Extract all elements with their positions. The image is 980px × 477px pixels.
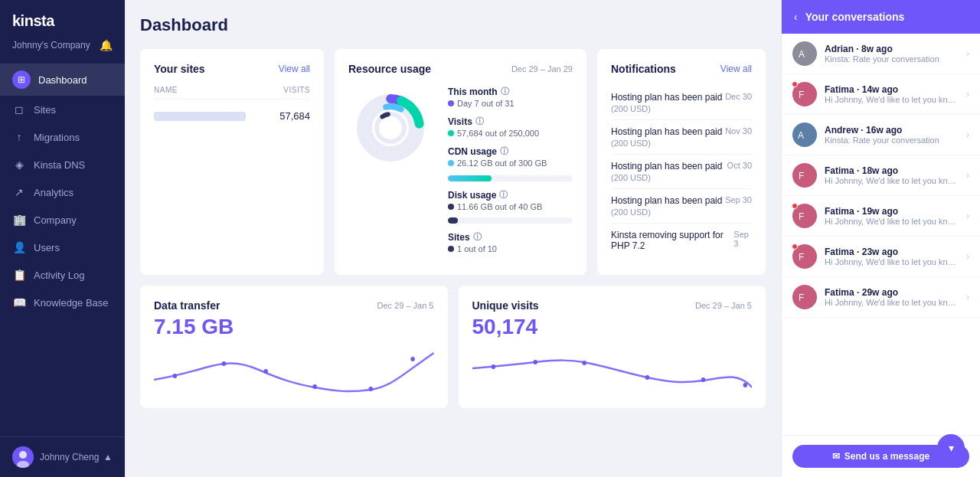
sidebar-item-label: Analytics — [34, 187, 74, 198]
activity-log-icon: 📋 — [12, 268, 26, 282]
conv-preview-1: Hi Johnny, We'd like to let you know tha… — [825, 95, 959, 104]
footer-user[interactable]: Johnny Cheng — [12, 446, 99, 468]
migrations-icon: ↑ — [12, 130, 26, 144]
your-sites-card: Your sites View all NAME VISITS 57,684 — [140, 49, 324, 275]
sidebar-item-sites[interactable]: ◻ Sites — [0, 96, 125, 123]
conversation-item-0[interactable]: A Adrian · 8w ago Kinsta: Rate your conv… — [782, 34, 980, 74]
disk-label: Disk usage ⓘ — [448, 189, 573, 201]
chevron-right-icon-3: › — [966, 170, 969, 181]
chevron-right-icon-2: › — [966, 129, 969, 140]
sidebar-item-label: Company — [34, 214, 77, 226]
notifications-card: Notifications View all Hosting plan has … — [597, 49, 766, 275]
page-title: Dashboard — [140, 15, 766, 35]
conv-preview-0: Kinsta: Rate your conversation — [825, 54, 959, 64]
sidebar-item-kinsta-dns[interactable]: ◈ Kinsta DNS — [0, 151, 125, 178]
purple-dot — [448, 100, 454, 106]
notif-date-1: Dec 30 — [725, 92, 752, 103]
conv-name-0: Adrian · 8w ago — [825, 44, 959, 54]
chevron-right-icon: › — [966, 48, 969, 59]
your-sites-view-all[interactable]: View all — [279, 64, 310, 74]
conversation-item-1[interactable]: F Fatima · 14w ago Hi Johnny, We'd like … — [782, 74, 980, 115]
sites-info-icon[interactable]: ⓘ — [473, 231, 482, 243]
svg-point-11 — [222, 361, 226, 366]
avatar-4: F — [792, 204, 817, 228]
conversation-item-2[interactable]: A Andrew · 16w ago Kinsta: Rate your con… — [782, 115, 980, 155]
unique-visits-date: Dec 29 – Jan 5 — [695, 301, 752, 310]
notif-title-2: Hosting plan has been paid — [611, 126, 722, 137]
send-message-label: Send us a message — [844, 451, 929, 462]
sidebar-item-knowledge-base[interactable]: 📖 Knowledge Base — [0, 289, 125, 316]
bell-icon[interactable]: 🔔 — [100, 39, 113, 51]
analytics-icon: ↗ — [12, 185, 26, 199]
sidebar-item-dashboard[interactable]: ⊞ Dashboard — [0, 64, 125, 96]
conversation-item-3[interactable]: F Fatima · 18w ago Hi Johnny, We'd like … — [782, 155, 980, 196]
sidebar-item-label: Users — [34, 242, 60, 253]
avatar-3: F — [792, 163, 817, 188]
info-icon[interactable]: ⓘ — [501, 86, 509, 97]
sites-value: 1 out of 10 — [448, 244, 573, 253]
notif-sub-1: (200 USD) — [611, 104, 752, 113]
svg-point-26 — [792, 123, 817, 147]
conversation-header: ‹ Your conversations — [782, 0, 980, 34]
chevron-right-icon-4: › — [966, 211, 969, 221]
disk-info-icon[interactable]: ⓘ — [499, 189, 508, 201]
resource-usage-card: Resource usage Dec 29 – Jan 29 — [335, 49, 586, 275]
data-transfer-value: 7.15 GB — [154, 315, 434, 339]
data-transfer-date: Dec 29 – Jan 5 — [377, 301, 434, 310]
cdn-info-icon[interactable]: ⓘ — [500, 145, 508, 157]
footer-username: Johnny Cheng — [40, 452, 99, 462]
your-sites-title: Your sites — [154, 63, 205, 75]
notif-date-2: Nov 30 — [725, 126, 752, 137]
site-visits-value: 57,684 — [279, 110, 310, 122]
resource-usage-header: Resource usage Dec 29 – Jan 29 — [348, 63, 573, 75]
col-visits-header: VISITS — [283, 86, 310, 94]
company-name: Johnny's Company — [12, 40, 90, 51]
svg-text:F: F — [799, 171, 804, 181]
sidebar-item-company[interactable]: 🏢 Company — [0, 206, 125, 234]
chevron-up-icon[interactable]: ▲ — [103, 452, 113, 462]
chevron-down-icon: ▾ — [949, 442, 954, 454]
sidebar-item-users[interactable]: 👤 Users — [0, 234, 125, 261]
conv-preview-6: Hi Johnny, We'd like to let you know tha… — [825, 298, 959, 307]
conversation-list: A Adrian · 8w ago Kinsta: Rate your conv… — [782, 34, 980, 435]
data-transfer-chart — [154, 345, 434, 399]
sidebar-item-activity-log[interactable]: 📋 Activity Log — [0, 261, 125, 289]
visits-stat: Visits ⓘ 57,684 out of 250,000 — [448, 116, 573, 138]
site-name-blurred — [154, 112, 246, 121]
cdn-progress-fill — [448, 175, 492, 181]
collapse-panel-button[interactable]: ▾ — [937, 434, 965, 462]
notif-title-4: Hosting plan has been paid — [611, 195, 722, 206]
svg-point-1 — [19, 451, 27, 459]
this-month-value: Day 7 out of 31 — [448, 99, 573, 108]
visits-value: 57,684 out of 250,000 — [448, 129, 573, 138]
notifications-list: Hosting plan has been paid Dec 30 (200 U… — [611, 86, 752, 259]
conv-info-6: Fatima · 29w ago Hi Johnny, We'd like to… — [825, 287, 959, 307]
send-icon: ✉ — [832, 451, 840, 462]
users-icon: 👤 — [12, 240, 26, 254]
avatar-0: A — [792, 41, 817, 66]
unique-visits-chart — [472, 345, 753, 399]
chevron-right-icon-6: › — [966, 292, 969, 302]
notifications-view-all[interactable]: View all — [720, 64, 752, 74]
visits-label: Visits ⓘ — [448, 116, 573, 127]
svg-text:F: F — [799, 252, 804, 263]
unread-indicator-4 — [792, 203, 798, 209]
sidebar-footer: Johnny Cheng ▲ — [0, 436, 125, 477]
sidebar-item-label: Sites — [34, 104, 56, 116]
visits-info-icon[interactable]: ⓘ — [475, 116, 484, 127]
logo: kinsta — [12, 12, 113, 30]
svg-point-18 — [582, 361, 586, 365]
back-icon[interactable]: ‹ — [794, 11, 798, 23]
resource-stats: This month ⓘ Day 7 out of 31 Visits ⓘ — [448, 86, 573, 261]
resource-usage-date: Dec 29 – Jan 29 — [511, 64, 573, 74]
conv-preview-4: Hi Johnny, We'd like to let you know tha… — [825, 217, 959, 226]
conversation-item-6[interactable]: F Fatima · 29w ago Hi Johnny, We'd like … — [782, 277, 980, 318]
sidebar-item-migrations[interactable]: ↑ Migrations — [0, 123, 125, 151]
unread-indicator-5 — [792, 243, 798, 250]
sites-table: NAME VISITS 57,684 — [154, 86, 310, 126]
conversation-item-5[interactable]: F Fatima · 23w ago Hi Johnny, We'd like … — [782, 237, 980, 277]
conversation-item-4[interactable]: F Fatima · 19w ago Hi Johnny, We'd like … — [782, 196, 980, 237]
sidebar-item-analytics[interactable]: ↗ Analytics — [0, 178, 125, 206]
data-transfer-title: Data transfer — [154, 299, 220, 312]
avatar-5: F — [792, 244, 817, 269]
